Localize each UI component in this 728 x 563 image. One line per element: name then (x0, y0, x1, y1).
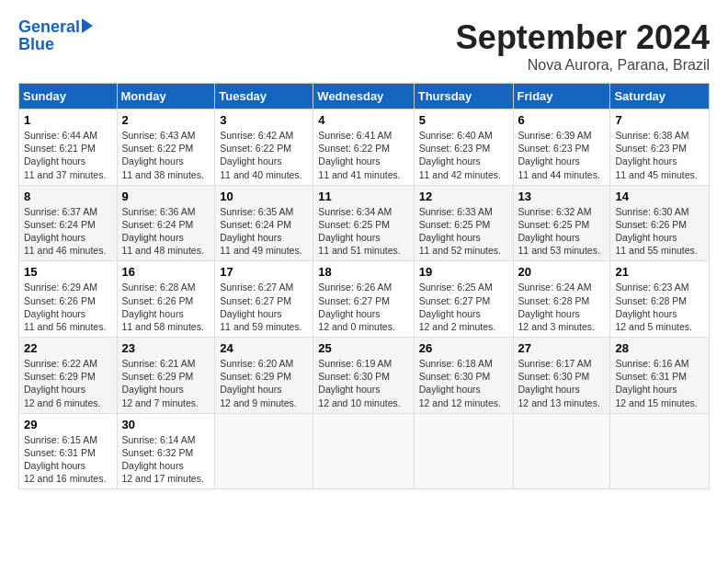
header-monday: Monday (117, 84, 215, 109)
calendar-table: Sunday Monday Tuesday Wednesday Thursday… (18, 83, 710, 489)
table-row: 25 Sunrise: 6:19 AMSunset: 6:30 PMDaylig… (313, 338, 414, 414)
table-row: 9 Sunrise: 6:36 AMSunset: 6:24 PMDayligh… (117, 185, 215, 261)
table-row: 17 Sunrise: 6:27 AMSunset: 6:27 PMDaylig… (215, 261, 313, 338)
header-thursday: Thursday (414, 84, 513, 109)
empty-cell (610, 413, 710, 489)
table-row: 20 Sunrise: 6:24 AMSunset: 6:28 PMDaylig… (513, 261, 610, 338)
table-row: 21 Sunrise: 6:23 AMSunset: 6:28 PMDaylig… (610, 261, 710, 338)
table-row: 15 Sunrise: 6:29 AMSunset: 6:26 PMDaylig… (19, 261, 118, 338)
table-row: 4 Sunrise: 6:41 AMSunset: 6:22 PMDayligh… (313, 109, 414, 186)
table-row: 27 Sunrise: 6:17 AMSunset: 6:30 PMDaylig… (513, 338, 610, 414)
table-row: 19 Sunrise: 6:25 AMSunset: 6:27 PMDaylig… (414, 261, 513, 338)
header-tuesday: Tuesday (215, 84, 313, 109)
table-row: 5 Sunrise: 6:40 AMSunset: 6:23 PMDayligh… (414, 109, 513, 186)
table-row: 26 Sunrise: 6:18 AMSunset: 6:30 PMDaylig… (414, 338, 513, 414)
calendar-header-row: Sunday Monday Tuesday Wednesday Thursday… (19, 84, 710, 109)
table-row: 13 Sunrise: 6:32 AMSunset: 6:25 PMDaylig… (513, 185, 610, 261)
header-friday: Friday (513, 84, 610, 109)
title-section: September 2024 Nova Aurora, Parana, Braz… (456, 18, 710, 74)
table-row: 22 Sunrise: 6:22 AMSunset: 6:29 PMDaylig… (19, 338, 118, 414)
header-saturday: Saturday (610, 84, 710, 109)
table-row: 2 Sunrise: 6:43 AMSunset: 6:22 PMDayligh… (117, 109, 215, 186)
logo: General Blue (18, 18, 93, 54)
table-row: 18 Sunrise: 6:26 AMSunset: 6:27 PMDaylig… (313, 261, 414, 338)
table-row: 14 Sunrise: 6:30 AMSunset: 6:26 PMDaylig… (610, 185, 710, 261)
calendar-week-row: 8 Sunrise: 6:37 AMSunset: 6:24 PMDayligh… (19, 185, 710, 261)
month-title: September 2024 (456, 18, 710, 57)
table-row: 10 Sunrise: 6:35 AMSunset: 6:24 PMDaylig… (215, 185, 313, 261)
table-row: 12 Sunrise: 6:33 AMSunset: 6:25 PMDaylig… (414, 185, 513, 261)
table-row: 28 Sunrise: 6:16 AMSunset: 6:31 PMDaylig… (610, 338, 710, 414)
logo-arrow-icon (82, 18, 93, 33)
empty-cell (313, 413, 414, 489)
calendar-week-row: 22 Sunrise: 6:22 AMSunset: 6:29 PMDaylig… (19, 338, 710, 414)
logo-blue: Blue (18, 35, 93, 54)
logo-text: General (18, 18, 80, 37)
header-wednesday: Wednesday (313, 84, 414, 109)
table-row: 24 Sunrise: 6:20 AMSunset: 6:29 PMDaylig… (215, 338, 313, 414)
empty-cell (414, 413, 513, 489)
table-row: 3 Sunrise: 6:42 AMSunset: 6:22 PMDayligh… (215, 109, 313, 186)
table-row: 30 Sunrise: 6:14 AMSunset: 6:32 PMDaylig… (117, 413, 215, 489)
location-title: Nova Aurora, Parana, Brazil (456, 57, 710, 74)
table-row: 1 Sunrise: 6:44 AMSunset: 6:21 PMDayligh… (19, 109, 118, 186)
table-row: 7 Sunrise: 6:38 AMSunset: 6:23 PMDayligh… (610, 109, 710, 186)
empty-cell (215, 413, 313, 489)
table-row: 11 Sunrise: 6:34 AMSunset: 6:25 PMDaylig… (313, 185, 414, 261)
header-sunday: Sunday (19, 84, 118, 109)
calendar-week-row: 29 Sunrise: 6:15 AMSunset: 6:31 PMDaylig… (19, 413, 710, 489)
table-row: 6 Sunrise: 6:39 AMSunset: 6:23 PMDayligh… (513, 109, 610, 186)
page-header: General Blue September 2024 Nova Aurora,… (18, 18, 710, 74)
empty-cell (513, 413, 610, 489)
table-row: 16 Sunrise: 6:28 AMSunset: 6:26 PMDaylig… (117, 261, 215, 338)
calendar-week-row: 15 Sunrise: 6:29 AMSunset: 6:26 PMDaylig… (19, 261, 710, 338)
table-row: 29 Sunrise: 6:15 AMSunset: 6:31 PMDaylig… (19, 413, 118, 489)
table-row: 23 Sunrise: 6:21 AMSunset: 6:29 PMDaylig… (117, 338, 215, 414)
calendar-week-row: 1 Sunrise: 6:44 AMSunset: 6:21 PMDayligh… (19, 109, 710, 186)
table-row: 8 Sunrise: 6:37 AMSunset: 6:24 PMDayligh… (19, 185, 118, 261)
